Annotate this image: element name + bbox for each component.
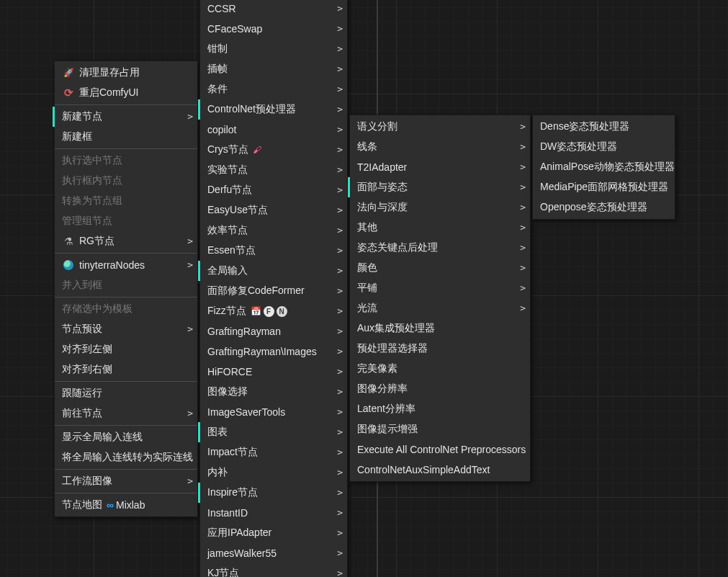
highlight-bar [53, 107, 55, 127]
l2-item-15[interactable]: Fizz节点📅FN [200, 301, 347, 321]
menu-item-label: 内补 [207, 466, 228, 479]
l2-item-16[interactable]: GraftingRayman [200, 321, 347, 341]
menu-item-label: 图像分辨率 [357, 383, 408, 395]
l2-item-23[interactable]: 内补 [200, 462, 347, 483]
restart-icon: ⟳ [62, 86, 75, 99]
l2-item-1[interactable]: CFaceSwap [200, 19, 347, 39]
l2-item-18[interactable]: HiFORCE [200, 362, 347, 382]
l2-item-7[interactable]: Crys节点🖌 [200, 140, 347, 160]
menu-item-label: jamesWalker55 [207, 547, 277, 559]
root-item-0-1[interactable]: ⟳重启ComfyUI [55, 83, 197, 103]
l2-item-6[interactable]: copilot [200, 120, 347, 140]
menu-item-label: 光流 [357, 302, 377, 315]
l2-item-17[interactable]: GraftingRayman\Images [200, 341, 347, 362]
l3-item-14[interactable]: Latent分辨率 [350, 399, 530, 419]
l2-item-14[interactable]: 面部修复CodeFormer [200, 281, 347, 301]
menu-item-label: tinyterraNodes [79, 259, 145, 271]
l3-item-4[interactable]: 法向与深度 [350, 197, 530, 218]
root-item-8-0[interactable]: 节点地图∞Mixlab [55, 495, 197, 515]
l2-item-27[interactable]: jamesWalker55 [200, 543, 347, 563]
l3-item-16[interactable]: Execute All ControlNet Preprocessors [350, 439, 530, 460]
menu-item-label: 转换为节点组 [62, 194, 122, 207]
l3-item-15[interactable]: 图像提示增强 [350, 419, 530, 439]
menu-item-label: 执行框内节点 [62, 174, 122, 187]
menu-item-label: RG节点 [79, 235, 114, 248]
l4-item-4[interactable]: Openpose姿态预处理器 [533, 197, 675, 218]
l3-item-9[interactable]: 光流 [350, 298, 530, 318]
root-item-6-0[interactable]: 显示全局输入连线 [55, 427, 197, 447]
menu-item-label: T2IAdapter [357, 161, 407, 173]
l3-item-1[interactable]: 线条 [350, 137, 530, 157]
highlight-bar [198, 261, 200, 281]
root-item-6-1[interactable]: 将全局输入连线转为实际连线 [55, 447, 197, 468]
root-item-4-1[interactable]: 节点预设 [55, 319, 197, 339]
l2-item-9[interactable]: Derfu节点 [200, 180, 347, 200]
menu-item-label: 面部修复CodeFormer [207, 285, 305, 298]
menu-item-label: 插帧 [207, 63, 228, 76]
menu-item-label: 重启ComfyUI [79, 86, 138, 99]
l3-item-0[interactable]: 语义分割 [350, 117, 530, 137]
l2-item-13[interactable]: 全局输入 [200, 261, 347, 281]
context-menu-level4: Dense姿态预处理器DW姿态预处理器AnimalPose动物姿态预处理器Med… [532, 115, 675, 220]
brush-icon: 🖌 [253, 145, 261, 155]
root-item-5-1[interactable]: 前往节点 [55, 403, 197, 424]
root-item-3-0[interactable]: tinyterraNodes [55, 255, 197, 275]
l2-item-5[interactable]: ControlNet预处理器 [200, 99, 347, 120]
l2-item-21[interactable]: 图表 [200, 422, 347, 442]
l2-item-0[interactable]: CCSR [200, 0, 347, 19]
l2-item-24[interactable]: Inspire节点 [200, 483, 347, 503]
root-item-1-1[interactable]: 新建框 [55, 127, 197, 147]
l2-item-26[interactable]: 应用IPAdapter [200, 523, 347, 543]
l3-item-10[interactable]: Aux集成预处理器 [350, 318, 530, 339]
l2-item-20[interactable]: ImageSaverTools [200, 402, 347, 422]
menu-item-label: 应用IPAdapter [207, 527, 271, 540]
l3-item-13[interactable]: 图像分辨率 [350, 379, 530, 399]
l3-item-17[interactable]: ControlNetAuxSimpleAddText [350, 460, 530, 480]
root-item-5-0[interactable]: 跟随运行 [55, 383, 197, 403]
root-item-2-4[interactable]: ⚗RG节点 [55, 231, 197, 251]
l3-item-5[interactable]: 其他 [350, 218, 530, 238]
l3-item-2[interactable]: T2IAdapter [350, 157, 530, 177]
l4-item-1[interactable]: DW姿态预处理器 [533, 137, 675, 157]
fizz-n-icon: N [277, 306, 287, 317]
l2-item-3[interactable]: 插帧 [200, 59, 347, 79]
l4-item-0[interactable]: Dense姿态预处理器 [533, 117, 675, 137]
l2-item-12[interactable]: Essen节点 [200, 241, 347, 261]
highlight-bar [198, 483, 200, 503]
l2-item-4[interactable]: 条件 [200, 79, 347, 99]
l4-item-2[interactable]: AnimalPose动物姿态预处理器 [533, 157, 675, 177]
menu-separator [55, 104, 197, 105]
l2-item-25[interactable]: InstantID [200, 503, 347, 523]
l2-item-10[interactable]: EasyUse节点 [200, 200, 347, 220]
menu-item-label: 语义分割 [357, 120, 397, 133]
l3-item-3[interactable]: 面部与姿态 [350, 177, 530, 197]
menu-item-label: 并入到框 [62, 279, 102, 292]
menu-item-label: Dense姿态预处理器 [540, 120, 629, 133]
menu-item-label: Inspire节点 [207, 486, 258, 499]
menu-item-label: 法向与深度 [357, 201, 408, 214]
root-item-0-0[interactable]: 🚀清理显存占用 [55, 63, 197, 83]
menu-item-label: 完美像素 [357, 362, 397, 375]
l2-item-8[interactable]: 实验节点 [200, 160, 347, 180]
l2-item-19[interactable]: 图像选择 [200, 382, 347, 402]
l4-item-3[interactable]: MediaPipe面部网格预处理器 [533, 177, 675, 197]
root-item-4-2[interactable]: 对齐到左侧 [55, 339, 197, 359]
l2-item-28[interactable]: KJ节点 [200, 563, 347, 577]
l2-item-2[interactable]: 钳制 [200, 39, 347, 59]
l2-item-22[interactable]: Impact节点 [200, 442, 347, 462]
l2-item-11[interactable]: 效率节点 [200, 220, 347, 241]
trailing-label: Mixlab [116, 499, 145, 511]
root-item-4-3[interactable]: 对齐到右侧 [55, 359, 197, 380]
l3-item-11[interactable]: 预处理器选择器 [350, 339, 530, 359]
menu-item-label: Openpose姿态预处理器 [540, 201, 647, 214]
menu-item-label: 预处理器选择器 [357, 342, 428, 355]
menu-item-label: 图表 [207, 426, 228, 439]
l3-item-8[interactable]: 平铺 [350, 278, 530, 298]
l3-item-12[interactable]: 完美像素 [350, 359, 530, 379]
root-item-7-0[interactable]: 工作流图像 [55, 471, 197, 491]
l3-item-7[interactable]: 颜色 [350, 258, 530, 278]
root-item-1-0[interactable]: 新建节点 [55, 107, 197, 127]
l3-item-6[interactable]: 姿态关键点后处理 [350, 238, 530, 258]
menu-item-label: 节点预设 [62, 323, 102, 336]
menu-item-label: 新建节点 [62, 110, 102, 123]
